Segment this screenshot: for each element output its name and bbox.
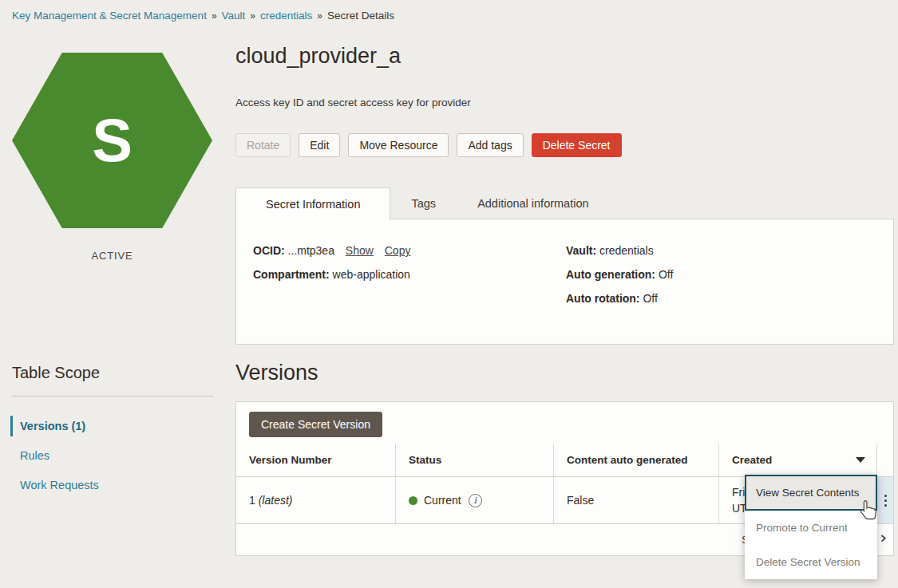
sidebar-item-rules[interactable]: Rules: [12, 443, 213, 468]
ocid-value: ...mtp3ea: [288, 244, 334, 257]
resource-initial: S: [92, 110, 133, 171]
auto-rotation-label: Auto rotation:: [566, 292, 640, 305]
tab-additional-information[interactable]: Additional information: [457, 187, 609, 219]
version-latest-tag: (latest): [259, 494, 293, 507]
auto-rotation-value: Off: [643, 292, 657, 305]
tab-bar: Secret Information Tags Additional infor…: [235, 187, 894, 219]
sort-descending-icon[interactable]: [856, 457, 865, 463]
table-scope-sidebar: Table Scope Versions (1) Rules Work Requ…: [12, 364, 213, 502]
move-resource-button[interactable]: Move Resource: [348, 133, 449, 157]
secret-hexagon-icon: S: [12, 53, 212, 228]
column-header-status[interactable]: Status: [396, 444, 554, 476]
menu-item-delete-secret-version[interactable]: Delete Secret Version: [745, 545, 877, 579]
column-header-actions: [877, 444, 893, 476]
add-tags-button[interactable]: Add tags: [457, 133, 523, 157]
page-description: Access key ID and secret access key for …: [235, 97, 471, 109]
version-number-cell: 1 (latest): [236, 477, 396, 523]
created-header-label: Created: [732, 454, 772, 466]
breadcrumb-link-key-management[interactable]: Key Management & Secret Management: [12, 10, 207, 22]
sidebar-item-label: Work Requests: [20, 479, 99, 491]
auto-generation-field: Auto generation: Off: [566, 268, 673, 282]
show-ocid-link[interactable]: Show: [346, 244, 374, 257]
kebab-menu-icon: [884, 495, 887, 507]
column-header-content-auto-generated[interactable]: Content auto generated: [554, 444, 719, 476]
content-auto-generated-cell: False: [554, 477, 719, 523]
breadcrumb-separator: »: [212, 10, 217, 22]
info-icon[interactable]: i: [469, 494, 482, 507]
status-text: Current: [424, 494, 461, 507]
vault-label: Vault:: [566, 244, 596, 257]
status-current-dot-icon: [409, 496, 417, 505]
auto-generation-value: Off: [659, 268, 673, 281]
copy-ocid-link[interactable]: Copy: [385, 244, 411, 257]
breadcrumb-separator: »: [317, 10, 322, 22]
row-context-menu: View Secret Contents Promote to Current …: [745, 475, 877, 579]
row-actions-kebab-button[interactable]: [877, 477, 893, 523]
edit-button[interactable]: Edit: [299, 133, 340, 157]
column-header-created[interactable]: Created: [719, 444, 877, 476]
sidebar-item-work-requests[interactable]: Work Requests: [12, 472, 213, 498]
tab-tags[interactable]: Tags: [390, 187, 457, 219]
auto-generation-label: Auto generation:: [566, 268, 655, 281]
breadcrumb-link-vault[interactable]: Vault: [222, 10, 246, 22]
table-scope-title: Table Scope: [12, 364, 213, 382]
status-cell: Current i: [396, 477, 554, 523]
breadcrumb-separator: »: [250, 10, 255, 22]
sidebar-item-label: Rules: [20, 449, 49, 462]
resource-avatar: S ACTIVE: [12, 53, 212, 262]
rotate-button[interactable]: Rotate: [235, 133, 291, 157]
sidebar-item-label: Versions (1): [20, 420, 85, 432]
version-number: 1: [249, 494, 255, 507]
auto-rotation-field: Auto rotation: Off: [566, 292, 673, 306]
vault-value: credentials: [599, 244, 654, 257]
sidebar-divider: [12, 396, 213, 397]
breadcrumb: Key Management & Secret Management » Vau…: [12, 10, 394, 22]
page-title: cloud_provider_a: [235, 44, 401, 69]
pagination-next-icon[interactable]: ›: [880, 527, 887, 547]
table-header-row: Version Number Status Content auto gener…: [236, 444, 893, 477]
versions-heading: Versions: [235, 361, 318, 385]
content-auto-generated-value: False: [567, 494, 594, 507]
compartment-field: Compartment: web-application: [253, 268, 410, 282]
menu-item-view-secret-contents[interactable]: View Secret Contents: [745, 475, 877, 511]
menu-item-promote-to-current[interactable]: Promote to Current: [745, 511, 877, 545]
breadcrumb-link-credentials[interactable]: credentials: [260, 10, 312, 22]
compartment-value: web-application: [333, 268, 410, 281]
create-secret-version-button[interactable]: Create Secret Version: [249, 412, 382, 437]
status-label: ACTIVE: [12, 250, 212, 262]
sidebar-item-versions[interactable]: Versions (1): [12, 413, 213, 439]
tab-secret-information[interactable]: Secret Information: [235, 187, 390, 220]
ocid-field: OCID: ...mtp3ea Show Copy: [253, 244, 410, 258]
active-item-bar: [10, 416, 13, 436]
action-buttons: Rotate Edit Move Resource Add tags Delet…: [235, 133, 622, 157]
delete-secret-button[interactable]: Delete Secret: [532, 133, 622, 157]
ocid-label: OCID:: [253, 244, 285, 257]
compartment-label: Compartment:: [253, 268, 330, 281]
vault-field: Vault: credentials: [566, 244, 673, 258]
secret-information-panel: OCID: ...mtp3ea Show Copy Compartment: w…: [235, 219, 894, 345]
breadcrumb-current-secret-details: Secret Details: [327, 10, 394, 22]
column-header-version-number[interactable]: Version Number: [236, 444, 396, 476]
